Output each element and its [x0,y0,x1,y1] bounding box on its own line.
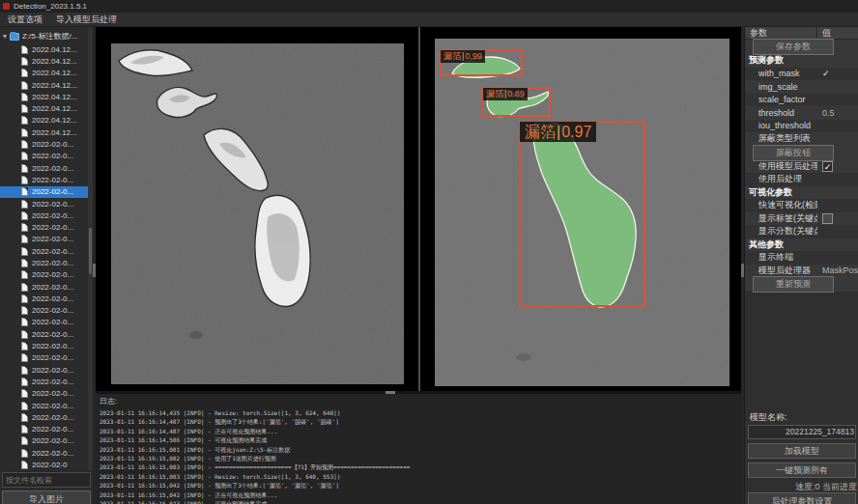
tree-file-item[interactable]: 2022.04.12... [0,43,93,55]
param-value[interactable] [822,213,833,224]
param-row[interactable]: 模型后处理器 MaskPostPro [745,265,858,278]
tree-file-item[interactable]: 2022-02-0... [0,234,93,245]
param-row[interactable]: 显示终端 [745,251,858,265]
menu-item[interactable]: 导入模型后处理 [56,14,117,26]
tree-file-item[interactable]: 2022-02-0... [0,388,93,400]
search-input[interactable] [2,472,91,488]
param-label[interactable]: 屏蔽类型列表 [745,132,817,145]
tree-file-label: 2022-02-0... [32,342,73,350]
param-row[interactable]: scale_factor [745,94,858,107]
tree-file-item[interactable]: 2022-02-0... [0,293,93,304]
param-row[interactable]: 其他参数 [745,238,858,252]
param-row[interactable]: 使用后处理 [745,173,858,186]
tree-root-folder[interactable]: ▼ Z:/5-标注数据/... [0,30,93,42]
predict-all-button[interactable]: 一键预测所有 [748,462,856,478]
param-label[interactable]: img_scale [745,82,817,92]
param-label[interactable]: 使用后处理 [745,173,817,185]
tree-file-item[interactable]: 2022.04.12... [0,115,93,126]
tree-scrollbar-thumb[interactable] [89,228,92,274]
param-value[interactable]: MaskPostPro [817,266,858,275]
postprocess-settings-button[interactable]: 后处理参数设置 [748,492,856,504]
tree-file-item[interactable]: 2022.04.12... [0,126,93,138]
param-label[interactable]: iou_threshold [745,121,817,130]
param-label[interactable]: 保存参数 [753,39,834,55]
param-row[interactable]: 显示分数(关键点) [745,225,858,238]
load-model-button[interactable]: 加载模型 [748,443,856,459]
tree-file-item[interactable]: 2022-02-0... [0,317,93,328]
param-label[interactable]: 快速可视化(检测) [745,199,817,211]
param-row[interactable]: threshold 0.5 [745,106,858,120]
param-row[interactable]: 预测参数 [745,54,858,68]
param-row[interactable]: iou_threshold [745,120,858,133]
tree-file-label: 2022-02-0 [32,461,67,469]
param-label[interactable]: 其他参数 [745,238,784,251]
tree-file-item[interactable]: 2022.04.12... [0,91,93,102]
tree-file-item[interactable]: 2022-02-0... [0,221,93,233]
tree-file-item[interactable]: 2022-02-0... [0,328,93,340]
tree-file-item[interactable]: 2022.04.12... [0,102,93,114]
tree-file-item[interactable]: 2022-02-0... [0,435,93,447]
panel-divider[interactable] [418,27,420,391]
tree-file-item[interactable]: 2022-02-0... [0,257,93,268]
expand-arrow-icon[interactable]: ▼ [0,33,10,40]
tree-file-item[interactable]: 2022-02-0... [0,138,93,150]
menu-item[interactable]: 设置选项 [8,14,43,26]
raw-image-panel[interactable] [111,43,404,384]
param-label[interactable]: scale_factor [745,95,817,104]
tree-file-label: 2022-02-0... [32,200,73,209]
tree-file-item[interactable]: 2022.04.12... [0,79,93,91]
tree-file-item[interactable]: 2022-02-0... [0,340,93,351]
param-row[interactable]: 快速可视化(检测) [745,199,858,212]
param-label[interactable]: 可视化参数 [745,186,792,199]
tree-file-item[interactable]: 2022-02-0... [0,210,93,221]
param-label[interactable]: 显示终端 [745,251,817,264]
model-name-field[interactable]: 20221225_174813 [748,425,856,439]
param-label[interactable]: 重新预测 [753,276,834,293]
param-label[interactable]: 屏蔽按钮 [753,145,834,161]
param-row[interactable]: img_scale [745,80,858,94]
param-row[interactable]: 重新预测 [745,277,858,292]
param-row[interactable]: 屏蔽按钮 [745,146,858,160]
tree-file-label: 2022-02-0... [32,164,73,173]
param-label[interactable]: threshold [745,108,817,118]
tree-file-item[interactable]: 2022-02-0... [0,400,93,411]
param-row[interactable]: 使用模型后处理 ✓ [745,160,858,174]
param-row[interactable]: 可视化参数 [745,186,858,200]
param-row[interactable]: 保存参数 [745,40,858,54]
tree-file-item[interactable]: 2022-02-0... [0,305,93,317]
log-line: 2023-01-11 16:16:15,042 |INFO| - 预测出了3个结… [100,481,737,490]
param-label[interactable]: 显示标签(关键点) [745,212,817,225]
tree-file-item[interactable]: 2022-02-0 [0,459,93,470]
tree-file-item[interactable]: 2022-02-0... [0,352,93,364]
tree-file-item[interactable]: 2022-02-0... [0,151,93,162]
tree-file-item[interactable]: 2022-02-0... [0,162,93,174]
tree-file-item[interactable]: 2022-02-0... [0,424,93,435]
param-label[interactable]: 显示分数(关键点) [745,225,817,238]
file-icon [21,461,28,469]
param-label[interactable]: 模型后处理器 [745,265,817,277]
file-icon [21,283,28,292]
tree-file-item[interactable]: 2022-02-0... [0,376,93,387]
tree-file-item[interactable]: 2022-02-0... [0,411,93,423]
tree-file-item[interactable]: 2022-02-0... [0,281,93,293]
tree-file-item[interactable]: 2022-02-0... [0,186,93,198]
param-label[interactable]: 使用模型后处理 [745,160,817,173]
log-console[interactable]: 日志: 2023-01-11 16:16:14,435 |INFO| - Res… [96,394,741,504]
tree-file-item[interactable]: 2022-02-0... [0,174,93,185]
param-value[interactable]: 0.5 [817,108,858,118]
tree-file-item[interactable]: 2022-02-0... [0,269,93,281]
param-row[interactable]: 屏蔽类型列表 [745,132,858,146]
tree-file-item[interactable]: 2022-02-0... [0,245,93,257]
param-value[interactable]: ✓ [822,161,833,172]
tree-file-item[interactable]: 2022.04.12... [0,68,93,79]
param-label[interactable]: 预测参数 [745,54,784,67]
param-label[interactable]: with_mask [745,69,817,78]
param-value[interactable]: ✓ [817,69,858,78]
tree-file-item[interactable]: 2022-02-0... [0,447,93,459]
tree-file-item[interactable]: 2022-02-0... [0,364,93,376]
param-row[interactable]: 显示标签(关键点) [745,212,858,226]
import-images-button[interactable]: 导入图片 [2,490,91,504]
tree-file-item[interactable]: 2022-02-0... [0,198,93,210]
param-row[interactable]: with_mask ✓ [745,68,858,81]
tree-file-item[interactable]: 2022.04.12... [0,55,93,67]
